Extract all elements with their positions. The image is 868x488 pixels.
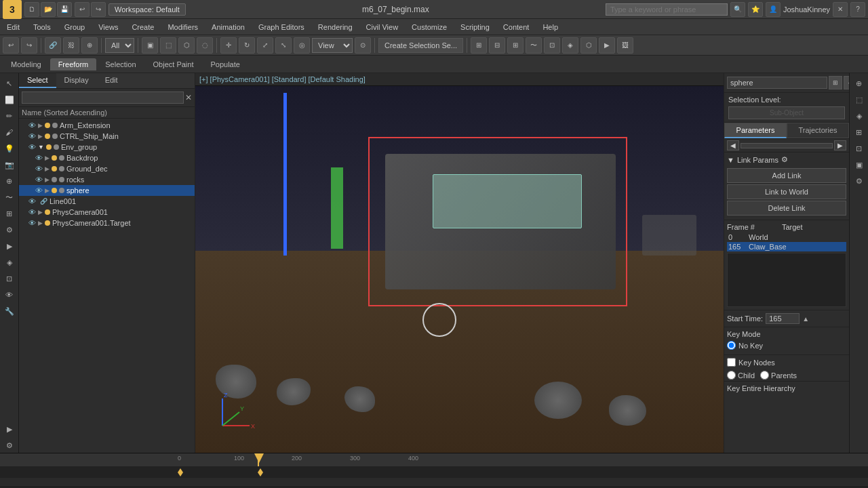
left-tab-select[interactable]: Select [19, 73, 56, 88]
list-item[interactable]: 👁 ▶ PhysCamera001 [19, 207, 195, 218]
bind-icon[interactable]: ⊕ [81, 37, 98, 54]
rect-select-icon[interactable]: ⬚ [160, 37, 176, 54]
search-icon[interactable]: 🔍 [730, 2, 745, 17]
tool-reactor-icon[interactable]: ⚙ [2, 222, 17, 237]
list-item[interactable]: 👁 ▶ PhysCamera001.Target [19, 218, 195, 228]
tab-object-paint[interactable]: Object Paint [145, 58, 202, 70]
render-setup-icon[interactable]: ⬡ [580, 37, 597, 54]
viewport[interactable]: X Z Y [195, 86, 724, 453]
menu-animation[interactable]: Animation [205, 22, 252, 33]
left-tab-edit[interactable]: Edit [97, 73, 126, 88]
outer-right-icon-7[interactable]: ⚙ [852, 174, 867, 188]
menu-content[interactable]: Content [496, 22, 536, 33]
ft-row-claw[interactable]: 165 Claw_Base [727, 242, 846, 251]
mat-editor-icon[interactable]: ◈ [562, 37, 578, 54]
tab-selection[interactable]: Selection [97, 58, 144, 70]
link-params-header[interactable]: ▼ Link Params ⚙ [727, 155, 846, 164]
undo-icon[interactable]: ↩ [75, 2, 90, 17]
tool-light-icon[interactable]: 💡 [2, 141, 17, 156]
tool-render-icon[interactable]: ◈ [2, 255, 17, 270]
object-search-input[interactable] [22, 92, 184, 104]
outer-right-icon-5[interactable]: ⊡ [852, 141, 867, 156]
rp-icon-1[interactable]: ⊞ [829, 76, 842, 89]
redo-toolbar-icon[interactable]: ↪ [21, 37, 37, 54]
tool-animation-icon[interactable]: ▶ [2, 239, 17, 253]
outer-right-icon-6[interactable]: ▣ [852, 157, 867, 172]
list-item[interactable]: 👁 ▶ rocks [19, 174, 195, 185]
outer-right-icon-3[interactable]: ◈ [852, 108, 867, 123]
ft-row-world[interactable]: 0 World [727, 232, 846, 242]
list-item[interactable]: 👁 ▼ Env_group [19, 142, 195, 152]
tab-modeling[interactable]: Modeling [3, 58, 50, 70]
squash-icon[interactable]: ⤡ [275, 37, 292, 54]
keyframe-0[interactable] [178, 468, 183, 476]
create-selection-button[interactable]: Create Selection Se... [378, 38, 463, 53]
tab-populate[interactable]: Populate [202, 58, 248, 70]
tool-gear-icon[interactable]: ⚙ [2, 438, 17, 453]
open-file-icon[interactable]: 📂 [41, 2, 56, 17]
menu-scripting[interactable]: Scripting [454, 22, 496, 33]
sub-object-button[interactable]: Sub-Object [728, 106, 845, 119]
menu-rendering[interactable]: Rendering [311, 22, 359, 33]
playhead[interactable] [254, 453, 264, 463]
trajectories-tab[interactable]: Trajectories [787, 123, 849, 138]
select-icon[interactable]: ▣ [142, 37, 158, 54]
start-time-spinner-up[interactable]: ▲ [802, 315, 809, 323]
align-icon[interactable]: ⊟ [489, 37, 505, 54]
tool-space-warp-icon[interactable]: 〜 [2, 190, 17, 205]
list-item[interactable]: 👁 ▶ Arm_Extension [19, 120, 195, 131]
move-icon[interactable]: ✛ [220, 37, 237, 54]
link-icon[interactable]: 🔗 [45, 37, 61, 54]
add-link-button[interactable]: Add Link [727, 168, 846, 183]
left-tab-display[interactable]: Display [56, 73, 97, 88]
tool-brush-icon[interactable]: ✏ [2, 108, 17, 123]
scroll-left-button[interactable]: ◀ [727, 140, 739, 150]
mirror-icon[interactable]: ⊞ [471, 37, 487, 54]
pivot-icon[interactable]: ⊙ [355, 37, 371, 54]
schematic-icon[interactable]: ⊡ [544, 37, 560, 54]
lasso-select-icon[interactable]: ◌ [197, 37, 213, 54]
poly-select-icon[interactable]: ⬡ [178, 37, 195, 54]
tool-box-icon[interactable]: ⬜ [2, 92, 17, 107]
rp-scroll-bar[interactable] [741, 143, 833, 148]
render-frame-icon[interactable]: 🖼 [617, 37, 633, 54]
tool-paint-icon[interactable]: 🖌 [2, 125, 17, 140]
menu-tools[interactable]: Tools [26, 22, 58, 33]
tool-unwrap-icon[interactable]: ⊡ [2, 271, 17, 286]
delete-link-button[interactable]: Delete Link [727, 201, 846, 216]
keyframe-cursor[interactable] [258, 468, 263, 476]
no-key-radio[interactable] [727, 341, 736, 350]
save-file-icon[interactable]: 💾 [57, 2, 72, 17]
tool-helper-icon[interactable]: ⊕ [2, 174, 17, 188]
list-item[interactable]: 👁 ▶ CTRL_Ship_Main [19, 131, 195, 142]
rotate-icon[interactable]: ↻ [239, 37, 255, 54]
new-file-icon[interactable]: 🗋 [24, 2, 39, 17]
timeline-track[interactable] [0, 467, 868, 478]
scroll-right-button[interactable]: ▶ [834, 140, 846, 150]
undo-toolbar-icon[interactable]: ↩ [3, 37, 19, 54]
tab-freeform[interactable]: Freeform [50, 58, 97, 70]
parents-radio[interactable] [760, 371, 769, 380]
scale-icon[interactable]: ⤢ [257, 37, 273, 54]
list-item[interactable]: 👁 ▶ Backdrop [19, 152, 195, 163]
menu-modifiers[interactable]: Modifiers [161, 22, 205, 33]
start-time-input[interactable] [766, 313, 800, 324]
menu-group[interactable]: Group [58, 22, 92, 33]
sort-label[interactable]: Name (Sorted Ascending) [19, 107, 195, 119]
list-item[interactable]: 👁 ▶ Ground_dec [19, 163, 195, 174]
outer-right-icon-2[interactable]: ⬚ [852, 92, 867, 107]
user-icon[interactable]: 👤 [766, 2, 781, 17]
view-select[interactable]: View [312, 38, 353, 53]
outer-right-icon-1[interactable]: ⊕ [852, 76, 867, 91]
menu-civil-view[interactable]: Civil View [359, 22, 405, 33]
tool-select-icon[interactable]: ↖ [2, 76, 17, 91]
search-input[interactable] [606, 3, 728, 16]
tool-display-icon[interactable]: 👁 [2, 287, 17, 302]
grid-icon[interactable]: ⊞ [507, 37, 524, 54]
close-icon[interactable]: ✕ [833, 2, 848, 17]
timeline-ruler[interactable]: 0 100 200 300 400 [0, 453, 868, 467]
outer-right-icon-4[interactable]: ⊞ [852, 125, 867, 140]
menu-create[interactable]: Create [125, 22, 161, 33]
ref-coord-icon[interactable]: ◎ [294, 37, 310, 54]
menu-help[interactable]: Help [536, 22, 565, 33]
